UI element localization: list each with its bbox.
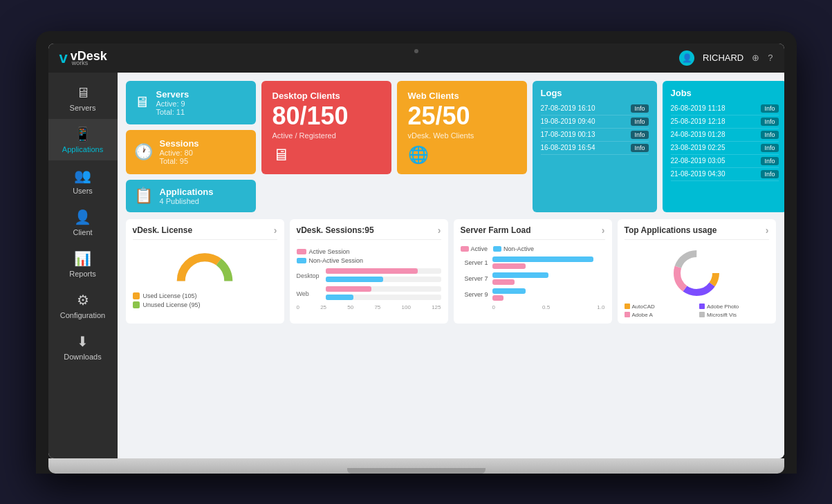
log-date: 27-08-2019 16:10 <box>541 104 595 112</box>
license-donut-wrap: Used License (105) Unused License (95) <box>133 245 277 308</box>
reports-icon: 📊 <box>74 250 91 267</box>
license-widget: vDesk. License › <box>126 219 284 324</box>
sidebar: 🖥 Servers 📱 Applications 👥 Users 👤 Clien… <box>48 73 118 458</box>
farm-chart: Active Non-Active Server 1 <box>461 245 605 310</box>
log-badge[interactable]: Info <box>631 118 648 126</box>
web-nonactive-bar-track <box>326 295 441 300</box>
username: RICHARD <box>703 53 743 63</box>
job-badge[interactable]: Info <box>761 144 778 152</box>
sessions-widget: vDesk. Sessions:95 › Active Session <box>290 219 448 324</box>
sessions-tile-label: Sessions <box>160 138 199 149</box>
adobea-label: Adobe A <box>632 312 653 318</box>
server7-nonactive-bar <box>492 272 549 278</box>
svg-point-4 <box>684 261 709 286</box>
user-avatar-icon: 👤 <box>679 50 694 66</box>
sessions-axis: 0 25 50 75 100 125 <box>297 304 441 310</box>
used-license-dot <box>133 292 140 299</box>
top-apps-arrow-icon[interactable]: › <box>766 225 769 236</box>
sessions-arrow-icon[interactable]: › <box>438 225 441 236</box>
server1-bars <box>492 256 605 269</box>
farm-active-legend: Active <box>461 245 488 252</box>
sidebar-item-client[interactable]: 👤 Client <box>48 202 118 243</box>
sidebar-label-reports: Reports <box>69 270 96 278</box>
top-apps-widget-header: Top Applications usage › <box>625 225 769 240</box>
tiles-row: 🖥 Servers Active: 9 Total: 11 Desktop Cl… <box>126 81 776 212</box>
log-date: 17-08-2019 00:13 <box>541 131 595 138</box>
job-badge[interactable]: Info <box>761 131 778 139</box>
tile-web-clients: Web Clients 25/50 vDesk. Web Clients 🌐 <box>397 81 527 174</box>
desktop-clients-number: 80/150 <box>272 104 349 129</box>
used-license-legend: Used License (105) <box>133 292 277 299</box>
job-item: 26-08-2019 11:18Info <box>671 102 779 115</box>
sidebar-item-servers[interactable]: 🖥 Servers <box>48 78 118 119</box>
sidebar-item-applications[interactable]: 📱 Applications <box>48 119 118 160</box>
sidebar-item-configuration[interactable]: ⚙ Configuration <box>48 285 118 326</box>
web-clients-label: Web Clients <box>408 91 459 101</box>
desktop-bar-label: Desktop <box>297 272 323 279</box>
farm-row-server7: Server 7 <box>461 272 605 285</box>
applications-tile-published: 4 Published <box>160 197 214 205</box>
log-date: 19-08-2019 09:40 <box>541 118 595 125</box>
server7-label: Server 7 <box>461 275 488 282</box>
unused-license-label: Unused License (95) <box>143 301 201 308</box>
tile-applications: 📋 Applications 4 Published <box>126 180 256 212</box>
jobs-title: Jobs <box>671 88 779 98</box>
job-item: 25-08-2019 12:18Info <box>671 115 779 129</box>
server9-nonactive-bar <box>492 288 526 294</box>
applications-tile-icon: 📋 <box>134 187 153 205</box>
sidebar-label-configuration: Configuration <box>60 311 105 319</box>
help-icon[interactable]: ? <box>768 53 773 63</box>
sidebar-item-reports[interactable]: 📊 Reports <box>48 243 118 285</box>
sessions-tile-total: Total: 95 <box>160 157 199 165</box>
desktop-nonactive-bar <box>326 277 384 282</box>
server-farm-arrow-icon[interactable]: › <box>602 225 605 236</box>
web-clients-sub: vDesk. Web Clients <box>408 131 474 140</box>
web-clients-number: 25/50 <box>408 104 470 129</box>
content-area: 🖥 Servers Active: 9 Total: 11 Desktop Cl… <box>118 73 784 458</box>
sidebar-label-client: Client <box>73 228 92 236</box>
configuration-icon: ⚙ <box>77 292 89 308</box>
main-layout: 🖥 Servers 📱 Applications 👥 Users 👤 Clien… <box>48 73 784 458</box>
top-apps-title: Top Applications usage <box>625 225 717 235</box>
web-active-bar-track <box>326 286 441 292</box>
unused-license-legend: Unused License (95) <box>133 301 277 308</box>
server7-bars <box>492 272 605 285</box>
applications-tile-label: Applications <box>160 187 214 197</box>
client-icon: 👤 <box>74 209 91 225</box>
downloads-icon: ⬇ <box>77 333 89 350</box>
logs-title: Logs <box>541 88 649 98</box>
job-badge[interactable]: Info <box>761 104 778 113</box>
job-badge[interactable]: Info <box>761 170 778 178</box>
log-badge[interactable]: Info <box>631 144 648 152</box>
job-badge[interactable]: Info <box>761 118 778 126</box>
sidebar-item-users[interactable]: 👥 Users <box>48 160 118 202</box>
adobephoto-legend: Adobe Photo <box>699 304 769 310</box>
job-badge[interactable]: Info <box>761 157 778 165</box>
users-icon: 👥 <box>74 167 91 184</box>
web-active-bar <box>326 286 372 292</box>
top-apps-widget: Top Applications usage › <box>618 219 776 324</box>
log-badge[interactable]: Info <box>631 131 648 139</box>
top-right: 👤 RICHARD ⊕ ? <box>679 50 773 66</box>
sessions-tile-active: Active: 80 <box>160 149 199 157</box>
servers-tile-icon: 🖥 <box>134 93 149 111</box>
log-item: 16-08-2019 16:54Info <box>541 142 649 155</box>
used-license-label: Used License (105) <box>143 292 197 299</box>
web-bar-label: Web <box>297 290 323 297</box>
license-arrow-icon[interactable]: › <box>274 225 277 236</box>
tile-desktop-clients: Desktop Clients 80/150 Active / Register… <box>261 81 391 174</box>
top-bar: v vDesk works 👤 RICHARD ⊕ ? <box>48 44 784 73</box>
sessions-tile-icon: 🕐 <box>134 143 153 161</box>
app-chart-wrap: AutoCAD Adobe Photo Adobe A <box>625 245 769 318</box>
jobs-tile: Jobs 26-08-2019 11:18Info25-08-2019 12:1… <box>663 81 784 212</box>
logo-v: v <box>59 49 68 67</box>
servers-tile-label: Servers <box>156 89 189 100</box>
server-farm-title: Server Farm Load <box>461 225 531 235</box>
log-badge[interactable]: Info <box>631 104 648 113</box>
server9-active-bar <box>492 295 503 301</box>
server-farm-widget: Server Farm Load › Active <box>454 219 612 324</box>
logout-icon[interactable]: ⊕ <box>752 53 759 63</box>
sidebar-item-downloads[interactable]: ⬇ Downloads <box>48 326 118 368</box>
license-widget-header: vDesk. License › <box>133 225 277 240</box>
farm-nonactive-legend: Non-Active <box>493 245 534 252</box>
